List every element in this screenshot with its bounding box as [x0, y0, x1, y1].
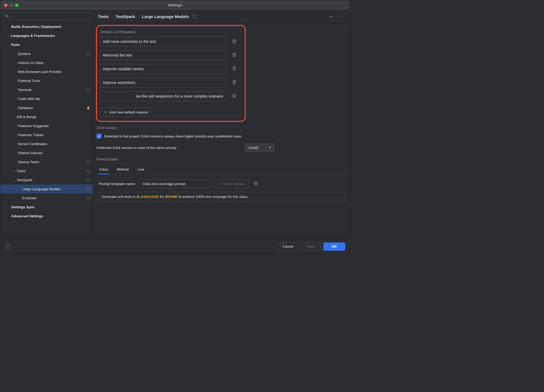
search-icon [5, 14, 9, 18]
junit-section-title: JUnit version [96, 126, 345, 130]
sidebar-item-evosuite[interactable]: EvoSuite [0, 194, 93, 203]
prompt-tabs: Class Method Line [96, 165, 345, 174]
chevron-icon[interactable]: › [12, 169, 17, 172]
sidebar-item-terminal[interactable]: Terminal [0, 85, 93, 94]
prompt-name-input[interactable] [139, 179, 210, 188]
sidebar-item-label: Advanced Settings [11, 214, 90, 218]
delete-request-button[interactable] [231, 52, 238, 59]
sidebar-item-languages-frameworks[interactable]: ›Languages & Frameworks [0, 31, 93, 40]
help-button[interactable]: ? [5, 244, 11, 250]
delete-request-button[interactable] [231, 38, 238, 45]
plus-icon: ＋ [104, 110, 107, 115]
preferred-junit-select[interactable]: JUnit5 [245, 144, 274, 152]
set-default-label: Set as default [223, 182, 245, 186]
sidebar-item-shared-indexes[interactable]: Shared Indexes [0, 148, 93, 157]
sidebar-item-features-suggester[interactable]: Features Suggester [0, 121, 93, 130]
sidebar-item-database[interactable]: Database🔒 [0, 103, 93, 112]
add-default-request-button[interactable]: ＋ Add new default request [100, 108, 152, 116]
sidebar-item-label: TestSpark [17, 178, 86, 182]
sidebar-item-startup-tasks[interactable]: Startup Tasks [0, 157, 93, 166]
svg-line-1 [7, 16, 8, 17]
tab-class[interactable]: Class [99, 165, 109, 174]
select-value: JUnit5 [248, 146, 258, 150]
sidebar-item-web-browsers-and-preview[interactable]: Web Browsers and Preview [0, 67, 93, 76]
sidebar-item-large-language-models[interactable]: Large Language Models [0, 185, 93, 194]
chevron-icon[interactable]: ⌄ [6, 43, 11, 46]
template-variable: $NAME [165, 195, 177, 199]
sidebar-item-testspark[interactable]: ⌄TestSpark [0, 175, 93, 185]
sidebar-item-server-certificates[interactable]: Server Certificates [0, 139, 93, 148]
sidebar-item-label: Build, Execution, Deployment [11, 25, 90, 29]
scope-badge-icon [86, 179, 90, 182]
close-window-icon[interactable] [4, 4, 7, 7]
check-icon [218, 182, 221, 185]
sidebar-item-label: Code With Me [18, 97, 90, 101]
settings-window: Settings ▾ Build, Execution, Deployment›… [0, 0, 350, 254]
breadcrumb-item[interactable]: Large Language Models [142, 14, 189, 19]
checkbox-checked-icon[interactable] [96, 134, 101, 139]
sidebar-item-actions-on-save[interactable]: Actions on Save [0, 58, 93, 67]
sidebar-item-label: Languages & Frameworks [11, 34, 90, 38]
preferred-junit-row: Preferred JUnit version in case of the s… [96, 144, 345, 152]
sidebar-item-advanced-settings[interactable]: Advanced Settings [0, 212, 93, 221]
sidebar-item-external-tools[interactable]: External Tools [0, 76, 93, 85]
checkbox-label: Detected in the project JUnit versions a… [104, 134, 241, 138]
section-title: Default LLM Requests [100, 28, 242, 37]
minimize-window-icon[interactable] [10, 4, 13, 7]
llm-request-input[interactable] [100, 50, 226, 60]
junit-priority-checkbox-row[interactable]: Detected in the project JUnit versions a… [96, 134, 345, 139]
sidebar-item-features-trainer[interactable]: Features Trainer [0, 130, 93, 139]
settings-tree[interactable]: Build, Execution, Deployment›Languages &… [0, 22, 93, 239]
llm-request-input[interactable] [100, 64, 226, 74]
scope-badge-icon [193, 15, 197, 18]
chevron-right-icon: › [138, 14, 139, 19]
sidebar-item-label: Database [18, 106, 85, 110]
llm-request-row [100, 91, 242, 101]
sidebar-item-tools[interactable]: ⌄Tools [0, 40, 93, 49]
sidebar-item-build-execution-deployment[interactable]: Build, Execution, Deployment [0, 22, 93, 31]
sidebar: ▾ Build, Execution, Deployment›Languages… [0, 10, 93, 239]
llm-request-input[interactable] [100, 91, 226, 101]
sidebar-item-tasks[interactable]: ›Tasks [0, 166, 93, 175]
prompt-template-text[interactable]: Generate unit tests in $LANGUAGE for $NA… [99, 192, 345, 202]
sidebar-item-qodana[interactable]: Qodana [0, 49, 93, 58]
header: Tools › TestSpark › Large Language Model… [93, 10, 350, 23]
llm-request-input[interactable] [100, 37, 226, 46]
chevron-icon[interactable]: ⌄ [12, 179, 17, 182]
add-button-label: Add new default request [110, 110, 148, 114]
sidebar-item-label: Features Suggester [18, 124, 90, 128]
set-default-button[interactable]: Set as default [214, 179, 249, 188]
llm-request-row [100, 64, 242, 74]
chevron-icon[interactable]: › [6, 34, 11, 37]
delete-request-button[interactable] [231, 65, 238, 73]
delete-request-button[interactable] [231, 93, 238, 100]
breadcrumb-item[interactable]: TestSpark [116, 14, 135, 19]
sidebar-item-label: EvoSuite [22, 196, 86, 200]
sidebar-item-label: Tools [11, 43, 90, 47]
tab-method[interactable]: Method [116, 165, 129, 174]
zoom-window-icon[interactable] [15, 4, 18, 7]
sidebar-item-label: External Tools [18, 79, 90, 83]
breadcrumb: Tools › TestSpark › Large Language Model… [98, 14, 197, 19]
breadcrumb-item[interactable]: Tools [98, 14, 109, 19]
sidebar-item-label: Large Language Models [22, 187, 86, 191]
llm-request-input[interactable] [100, 78, 226, 87]
forward-button: → [338, 14, 345, 19]
delete-request-button[interactable] [231, 79, 238, 86]
search-input[interactable]: ▾ [2, 12, 91, 20]
template-variable: $LANGUAGE [136, 195, 159, 199]
ok-button[interactable]: OK [323, 242, 345, 251]
sidebar-item-label: Tasks [17, 169, 86, 173]
sidebar-item-label: Startup Tasks [18, 160, 86, 164]
sidebar-item-settings-sync[interactable]: Settings Sync [0, 203, 93, 212]
sidebar-item-diff-merge[interactable]: ›Diff & Merge [0, 112, 93, 121]
scope-badge-icon [86, 188, 90, 191]
trash-icon [232, 94, 236, 98]
delete-prompt-button[interactable] [253, 180, 259, 188]
tab-line[interactable]: Line [137, 165, 145, 174]
sidebar-item-code-with-me[interactable]: Code With Me [0, 94, 93, 103]
chevron-icon[interactable]: › [12, 115, 17, 118]
cancel-button[interactable]: Cancel [277, 242, 299, 251]
sidebar-item-label: Web Browsers and Preview [18, 70, 90, 74]
back-button[interactable]: ← [328, 14, 335, 19]
